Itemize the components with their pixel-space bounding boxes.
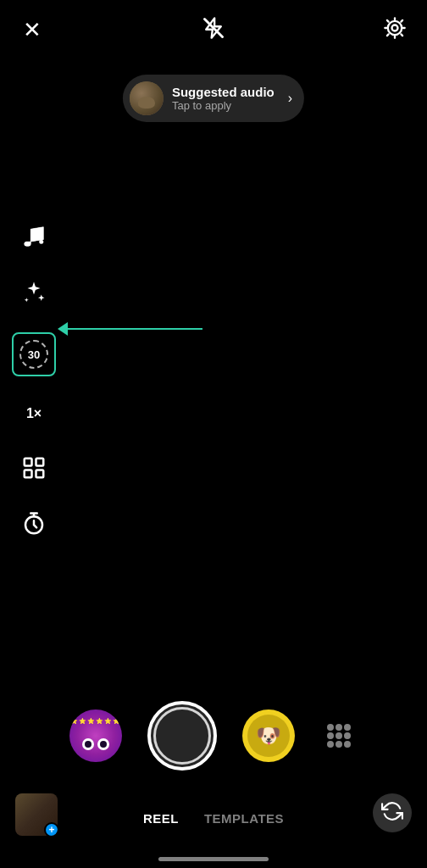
dot-2 [336, 724, 342, 731]
sparkles-icon [21, 280, 47, 311]
close-button[interactable]: ✕ [17, 14, 47, 45]
more-effects-button[interactable] [320, 717, 358, 754]
svg-point-2 [388, 21, 402, 35]
countdown-button[interactable] [15, 507, 53, 544]
flash-off-button[interactable] [198, 14, 229, 45]
left-eye [82, 738, 94, 750]
timer-icon: 30 [19, 340, 48, 369]
left-toolbar: 30 1× [12, 220, 56, 544]
dot-4 [327, 732, 334, 739]
effects-button[interactable] [15, 276, 53, 314]
dots-grid [327, 724, 351, 748]
audio-chevron-icon: › [288, 91, 292, 106]
left-pupil [85, 741, 92, 748]
effect-2-button[interactable]: 🐶 [242, 709, 295, 762]
layout-icon [21, 455, 47, 484]
timer-number: 30 [28, 348, 40, 361]
svg-rect-5 [36, 459, 44, 466]
dot-5 [336, 732, 342, 739]
shutter-button[interactable] [147, 701, 217, 771]
right-eye [97, 738, 109, 750]
settings-icon [383, 16, 407, 43]
speed-button[interactable]: 1× [15, 395, 53, 432]
dot-3 [344, 724, 351, 731]
svg-rect-7 [36, 470, 44, 478]
flip-camera-icon [381, 800, 403, 826]
arrow-line [67, 328, 202, 331]
audio-thumbnail [130, 81, 164, 115]
dot-1 [327, 724, 334, 731]
tab-reel[interactable]: REEL [143, 811, 179, 826]
camera-controls: 🐶 [0, 701, 427, 771]
flip-camera-button[interactable] [373, 793, 412, 832]
music-button[interactable] [15, 220, 53, 258]
home-indicator [158, 857, 269, 861]
svg-point-3 [39, 239, 43, 243]
dot-8 [336, 741, 342, 748]
tab-templates[interactable]: TEMPLATES [204, 811, 284, 826]
audio-subtitle: Tap to apply [172, 99, 274, 112]
bottom-tabs: REEL TEMPLATES [0, 811, 427, 826]
suggested-audio-pill[interactable]: Suggested audio Tap to apply › [123, 75, 304, 122]
audio-text: Suggested audio Tap to apply [172, 85, 274, 112]
svg-rect-6 [25, 470, 32, 478]
dot-9 [344, 741, 351, 748]
timer-arrow [58, 322, 202, 336]
svg-rect-4 [25, 459, 32, 466]
right-pupil [100, 741, 107, 748]
music-icon [21, 224, 47, 255]
flash-off-icon [202, 16, 225, 43]
close-icon: ✕ [23, 19, 42, 41]
settings-button[interactable] [380, 14, 410, 45]
audio-title: Suggested audio [172, 85, 274, 99]
countdown-icon [21, 511, 47, 540]
dot-7 [327, 741, 334, 748]
layout-button[interactable] [15, 451, 53, 488]
top-bar: ✕ [0, 0, 427, 59]
speed-label: 1× [26, 406, 42, 421]
timer-button[interactable]: 30 [12, 332, 56, 376]
effect-2-inner: 🐶 [247, 715, 290, 757]
effect-1-eyes [82, 738, 109, 750]
svg-point-1 [392, 25, 398, 31]
shutter-inner [153, 707, 211, 765]
effect-1-button[interactable] [69, 709, 122, 762]
dot-6 [344, 732, 351, 739]
